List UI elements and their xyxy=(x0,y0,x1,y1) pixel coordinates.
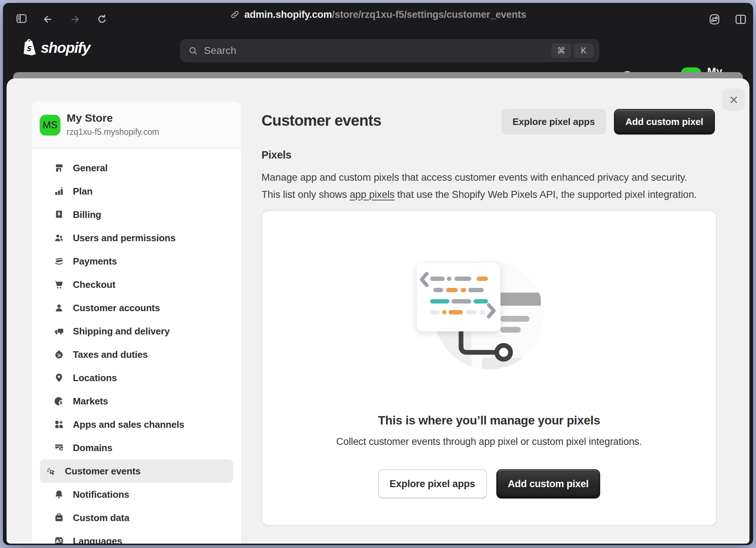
shipping-icon xyxy=(54,326,64,336)
account-icon xyxy=(54,303,64,313)
search-input[interactable] xyxy=(203,44,548,57)
browser-window: admin.shopify.com/store/rzq1xu-f5/settin… xyxy=(3,3,753,545)
sidebar-item-label: Apps and sales channels xyxy=(73,419,184,430)
settings-modal: MS My Store rzq1xu-f5.myshopify.com Gene… xyxy=(7,78,749,544)
pixels-empty-card: This is where you’ll manage your pixels … xyxy=(261,210,717,526)
store-avatar: MS xyxy=(40,115,60,136)
browser-extensions-icon[interactable] xyxy=(708,13,721,26)
sidebar-item-customer-accounts[interactable]: Customer accounts xyxy=(40,296,233,320)
svg-text:$: $ xyxy=(59,400,63,405)
sidebar-item-label: Markets xyxy=(73,396,108,407)
checkout-icon xyxy=(54,279,64,290)
sidebar-item-label: Customer events xyxy=(65,466,141,477)
sidebar-item-label: Shipping and delivery xyxy=(73,326,170,337)
store-icon xyxy=(54,163,64,173)
settings-nav: GeneralPlan$BillingUsers and permissions… xyxy=(32,149,241,544)
app-pixels-link[interactable]: app pixels xyxy=(350,189,394,200)
shortcut-k-key: K xyxy=(574,43,594,58)
sidebar-item-label: Payments xyxy=(73,256,117,267)
sidebar-item-label: Customer accounts xyxy=(73,302,160,314)
sidebar-item-locations[interactable]: Locations xyxy=(40,366,233,390)
store-card: MS My Store rzq1xu-f5.myshopify.com xyxy=(32,102,241,149)
notifications-icon xyxy=(54,489,64,500)
sidebar-item-languages[interactable]: ALanguages xyxy=(40,529,233,544)
billing-icon: $ xyxy=(54,210,64,220)
users-icon xyxy=(54,233,64,243)
sidebar-item-label: Users and permissions xyxy=(73,232,176,244)
custom-data-icon xyxy=(54,513,64,523)
sidebar-item-users-and-permissions[interactable]: Users and permissions xyxy=(40,226,233,250)
sidebar-item-taxes-and-duties[interactable]: Taxes and duties xyxy=(40,343,233,366)
header-actions: Explore pixel apps Add custom pixel xyxy=(501,109,715,134)
sidebar-item-label: Languages xyxy=(73,536,122,544)
close-button[interactable] xyxy=(722,89,745,111)
svg-text:S: S xyxy=(26,45,32,52)
sidebar-item-markets[interactable]: $Markets xyxy=(40,390,233,413)
svg-text:A: A xyxy=(56,539,59,544)
browser-address-bar[interactable]: admin.shopify.com/store/rzq1xu-f5/settin… xyxy=(3,3,753,26)
sidebar-item-label: Locations xyxy=(73,372,117,384)
sidebar-item-label: Plan xyxy=(73,186,92,197)
sidebar-item-label: Domains xyxy=(73,442,112,454)
shopify-bag-icon: S xyxy=(21,39,37,57)
explore-pixel-apps-button-empty[interactable]: Explore pixel apps xyxy=(378,469,487,498)
markets-icon: $ xyxy=(54,396,64,406)
sidebar-item-label: Billing xyxy=(73,209,101,220)
apps-icon xyxy=(54,419,64,430)
sidebar-item-payments[interactable]: Payments xyxy=(40,250,233,273)
search-icon xyxy=(188,46,198,56)
empty-state-title: This is where you’ll manage your pixels xyxy=(378,414,600,427)
sidebar-item-label: Custom data xyxy=(73,512,129,524)
shortcut-cmd-key: ⌘ xyxy=(551,43,571,58)
admin-header: S shopify ⌘ K MS My Store xyxy=(3,26,753,76)
sidebar-item-checkout[interactable]: Checkout xyxy=(40,273,233,296)
add-custom-pixel-button[interactable]: Add custom pixel xyxy=(614,109,715,134)
description-line2: This list only shows app pixels that use… xyxy=(261,186,697,203)
sidebar-item-custom-data[interactable]: Custom data xyxy=(40,506,233,529)
store-domain: rzq1xu-f5.myshopify.com xyxy=(67,127,159,137)
shopify-wordmark: shopify xyxy=(41,39,90,56)
customer-events-icon xyxy=(46,466,56,476)
link-icon xyxy=(230,9,240,20)
sidebar-item-billing[interactable]: $Billing xyxy=(40,203,233,226)
sidebar-item-label: General xyxy=(73,163,107,174)
taxes-icon xyxy=(54,349,64,360)
description-line1: Manage app and custom pixels that access… xyxy=(261,169,697,186)
store-name: My Store xyxy=(67,112,113,124)
sidebar-item-plan[interactable]: Plan xyxy=(40,180,233,203)
settings-sidebar: MS My Store rzq1xu-f5.myshopify.com Gene… xyxy=(32,102,241,544)
pixels-illustration xyxy=(380,247,598,386)
plan-icon xyxy=(54,186,64,196)
locations-icon xyxy=(54,373,64,383)
browser-split-view-icon[interactable] xyxy=(734,13,747,26)
page-title: Customer events xyxy=(261,112,381,129)
sidebar-item-label: Taxes and duties xyxy=(73,349,148,360)
sidebar-item-label: Notifications xyxy=(73,489,129,500)
sidebar-item-domains[interactable]: Domains xyxy=(40,436,233,459)
shopify-logo: S shopify xyxy=(21,39,90,57)
sidebar-item-general[interactable]: General xyxy=(40,156,233,180)
sidebar-item-shipping-and-delivery[interactable]: Shipping and delivery xyxy=(40,320,233,343)
add-custom-pixel-button-empty[interactable]: Add custom pixel xyxy=(496,469,601,498)
payments-icon xyxy=(54,256,64,266)
domains-icon xyxy=(54,443,64,453)
sidebar-item-label: Checkout xyxy=(73,279,115,290)
sidebar-item-apps-and-sales-channels[interactable]: Apps and sales channels xyxy=(40,413,233,436)
languages-icon: A xyxy=(54,536,64,544)
empty-state-actions: Explore pixel apps Add custom pixel xyxy=(378,469,601,498)
url-text: admin.shopify.com/store/rzq1xu-f5/settin… xyxy=(244,9,526,20)
explore-pixel-apps-button[interactable]: Explore pixel apps xyxy=(501,109,606,134)
empty-state-subtitle: Collect customer events through app pixe… xyxy=(336,436,642,447)
sidebar-item-customer-events[interactable]: Customer events xyxy=(40,459,233,483)
pixels-section-title: Pixels xyxy=(261,149,291,161)
browser-toolbar: admin.shopify.com/store/rzq1xu-f5/settin… xyxy=(3,3,753,26)
sidebar-item-notifications[interactable]: Notifications xyxy=(40,483,233,506)
global-search[interactable]: ⌘ K xyxy=(180,39,599,62)
pixels-section-description: Manage app and custom pixels that access… xyxy=(261,169,697,203)
svg-text:$: $ xyxy=(58,211,61,216)
